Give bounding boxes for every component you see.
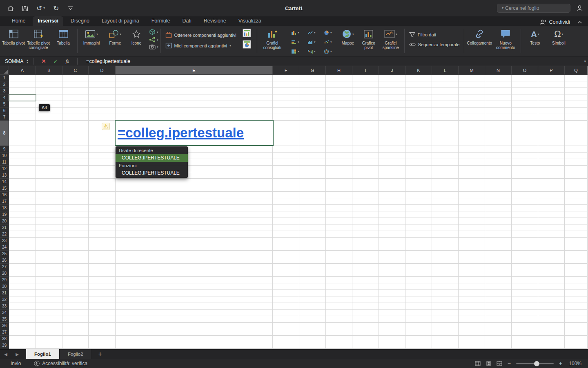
cell-C12[interactable] [62,166,89,172]
cell-A18[interactable] [9,205,36,211]
cell-B20[interactable] [36,218,62,224]
cell-P4[interactable] [538,94,565,101]
cell-F35[interactable] [273,316,299,323]
cell-O11[interactable] [512,159,538,166]
cell-B13[interactable] [36,172,62,179]
cell-H14[interactable] [326,179,352,185]
cell-J19[interactable] [379,211,405,218]
images-dropdown-icon[interactable]: ▾ [96,33,98,36]
cell-H10[interactable] [326,153,352,159]
cell-L12[interactable] [432,166,459,172]
cell-Q16[interactable] [565,192,588,198]
cell-J21[interactable] [379,224,405,231]
confirm-entry-button[interactable]: ✓ [53,58,58,64]
cell-A31[interactable] [9,290,36,296]
cell-G22[interactable] [299,231,326,238]
cell-P9[interactable] [538,146,565,153]
cell-A35[interactable] [9,316,36,323]
cell-D36[interactable] [89,323,116,329]
cell-K13[interactable] [405,172,432,179]
cell-P24[interactable] [538,244,565,251]
cell-D15[interactable] [89,185,116,192]
cell-J24[interactable] [379,244,405,251]
cell-B9[interactable] [36,146,62,153]
cell-B2[interactable] [36,81,62,88]
cell-B12[interactable] [36,166,62,172]
cell-G24[interactable] [299,244,326,251]
cell-P29[interactable] [538,277,565,283]
row-header-36[interactable]: 36 [0,323,9,329]
cell-G10[interactable] [299,153,326,159]
cell-D21[interactable] [89,224,116,231]
cell-K19[interactable] [405,211,432,218]
cell-A3[interactable] [9,88,36,94]
zoom-slider-knob[interactable] [534,361,539,366]
cell-N9[interactable] [485,146,512,153]
cell-E3[interactable] [116,88,273,94]
cell-F13[interactable] [273,172,299,179]
treemap-chart-dropdown-icon[interactable]: ▾ [298,50,299,53]
cell-P39[interactable] [538,342,565,349]
formula-input[interactable]: =colleg.ipertestuale [86,58,130,64]
error-checking-warning-icon[interactable]: ⚠ [102,123,110,130]
cell-K33[interactable] [405,303,432,310]
column-chart-dropdown-icon[interactable]: ▾ [298,31,299,34]
cell-K8[interactable] [405,121,432,146]
cell-P15[interactable] [538,185,565,192]
cell-P8[interactable] [538,121,565,146]
cell-H15[interactable] [326,185,352,192]
cell-I26[interactable] [352,257,379,264]
tab-layout-di-pagina[interactable]: Layout di pagina [97,16,144,26]
row-header-23[interactable]: 23 [0,238,9,244]
cell-E16[interactable] [116,192,273,198]
cell-G11[interactable] [299,159,326,166]
cell-L32[interactable] [432,296,459,303]
cell-J11[interactable] [379,159,405,166]
cell-Q38[interactable] [565,336,588,342]
cell-F23[interactable] [273,238,299,244]
cell-M25[interactable] [459,251,485,257]
cell-O22[interactable] [512,231,538,238]
cell-L34[interactable] [432,310,459,316]
cell-A39[interactable] [9,342,36,349]
column-header-N[interactable]: N [485,66,512,75]
cell-O34[interactable] [512,310,538,316]
cell-H33[interactable] [326,303,352,310]
cell-Q37[interactable] [565,329,588,336]
cell-I21[interactable] [352,224,379,231]
cell-C36[interactable] [62,323,89,329]
cell-J34[interactable] [379,310,405,316]
cell-M32[interactable] [459,296,485,303]
cell-Q25[interactable] [565,251,588,257]
cell-J25[interactable] [379,251,405,257]
cell-L19[interactable] [432,211,459,218]
slicer-button[interactable]: Filtro dati [409,32,460,38]
cell-P1[interactable] [538,75,565,81]
cell-G12[interactable] [299,166,326,172]
cell-H27[interactable] [326,264,352,270]
cell-G5[interactable] [299,101,326,108]
row-header-2[interactable]: 2 [0,81,9,88]
cell-O29[interactable] [512,277,538,283]
cell-H5[interactable] [326,101,352,108]
cell-F16[interactable] [273,192,299,198]
symbols-dropdown-icon[interactable]: ▾ [562,33,564,36]
insert-scatter-chart-button[interactable]: ▾ [320,37,336,47]
cell-L35[interactable] [432,316,459,323]
cell-C16[interactable] [62,192,89,198]
cell-M34[interactable] [459,310,485,316]
cell-Q27[interactable] [565,264,588,270]
cell-I37[interactable] [352,329,379,336]
name-box[interactable]: SOMMA [5,58,24,64]
cell-D14[interactable] [89,179,116,185]
column-header-K[interactable]: K [405,66,432,75]
cell-K27[interactable] [405,264,432,270]
cell-I33[interactable] [352,303,379,310]
select-all-corner[interactable] [0,66,9,75]
row-header-33[interactable]: 33 [0,303,9,310]
cell-N24[interactable] [485,244,512,251]
cell-E31[interactable] [116,290,273,296]
cell-E39[interactable] [116,342,273,349]
cell-Q39[interactable] [565,342,588,349]
column-header-D[interactable]: D [89,66,116,75]
